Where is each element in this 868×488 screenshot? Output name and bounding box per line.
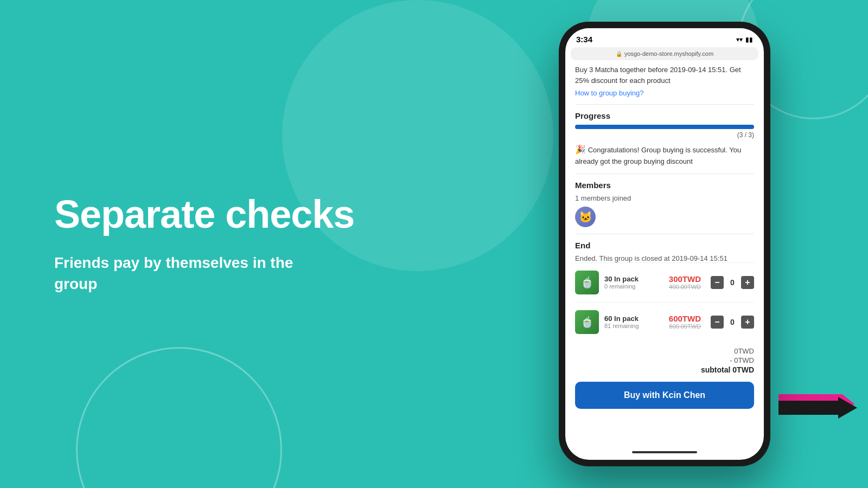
subtotal-line: subtotal 0TWD	[575, 365, 754, 374]
arrow-annotation	[778, 397, 857, 419]
product-info-2: 60 In pack 81 remaining	[604, 314, 663, 329]
wifi-icon: ▾▾	[736, 36, 743, 43]
phone-shell: 3:34 ▾▾ ▮▮ 🔒 yosgo-demo-store.myshopify.…	[559, 22, 770, 466]
product-row-1: 🍵 30 In pack 0 remaining 300TWD 400.00TW…	[575, 262, 754, 294]
arrow-head	[838, 397, 857, 419]
qty-value-2: 0	[728, 318, 737, 326]
home-bar	[632, 451, 697, 453]
qty-minus-2[interactable]: −	[711, 316, 724, 329]
product-image-1: 🍵	[575, 271, 599, 294]
main-title: Separate checks	[54, 193, 354, 236]
qty-control-1: − 0 +	[711, 276, 754, 289]
member-count: 1 members joined	[575, 194, 754, 202]
congrats-emoji: 🎉	[575, 145, 586, 154]
totals-area: 0TWD - 0TWD subtotal 0TWD	[575, 342, 754, 374]
group-info-text: Buy 3 Matcha together before 2019-09-14 …	[575, 65, 754, 86]
how-to-link[interactable]: How to group buying?	[575, 89, 643, 97]
qty-plus-2[interactable]: +	[741, 316, 754, 329]
subtotal-label: subtotal	[701, 365, 730, 374]
end-text: Ended. This group is closed at 2019-09-1…	[575, 254, 754, 262]
product-remaining-2: 81 remaining	[604, 323, 663, 329]
divider-3	[575, 234, 754, 234]
product-name-1: 30 In pack	[604, 275, 663, 283]
qty-value-1: 0	[728, 278, 737, 287]
product-pricing-1: 300TWD 400.00TWD	[669, 274, 701, 290]
browser-url: yosgo-demo-store.myshopify.com	[624, 50, 713, 57]
product-remaining-1: 0 remaining	[604, 283, 663, 290]
total-discount: - 0TWD	[575, 356, 754, 364]
lock-icon: 🔒	[616, 51, 622, 57]
members-title: Members	[575, 181, 754, 190]
status-icons: ▾▾ ▮▮	[736, 36, 753, 43]
product-row-2: 🍵 60 In pack 81 remaining 600TWD 800.00T…	[575, 302, 754, 334]
progress-title: Progress	[575, 111, 754, 120]
status-bar: 3:34 ▾▾ ▮▮	[565, 28, 764, 47]
qty-plus-1[interactable]: +	[741, 276, 754, 289]
buy-button[interactable]: Buy with Kcin Chen	[575, 382, 754, 409]
phone-container: 3:34 ▾▾ ▮▮ 🔒 yosgo-demo-store.myshopify.…	[559, 22, 770, 466]
member-avatar: 🐱	[575, 207, 596, 227]
divider-2	[575, 174, 754, 174]
congrats-text: 🎉 Congratulations! Group buying is succe…	[575, 143, 754, 167]
status-time: 3:34	[576, 35, 592, 44]
phone-screen: 3:34 ▾▾ ▮▮ 🔒 yosgo-demo-store.myshopify.…	[565, 28, 764, 460]
progress-label: (3 / 3)	[575, 131, 754, 139]
divider-1	[575, 104, 754, 105]
home-indicator	[565, 445, 764, 460]
subtotal-value: 0TWD	[732, 365, 754, 374]
progress-bar-container	[575, 125, 754, 129]
congrats-message: Congratulations! Group buying is success…	[575, 146, 741, 165]
end-title: End	[575, 241, 754, 250]
phone-content[interactable]: Buy 3 Matcha together before 2019-09-14 …	[565, 65, 764, 445]
price-original-1: 400.00TWD	[669, 284, 701, 290]
battery-icon: ▮▮	[745, 36, 753, 43]
arrow-shaft	[778, 401, 838, 415]
product-pricing-2: 600TWD 800.00TWD	[669, 314, 701, 330]
left-content: Separate checks Friends pay by themselve…	[54, 193, 354, 295]
total-line: 0TWD	[575, 347, 754, 355]
product-info-1: 30 In pack 0 remaining	[604, 275, 663, 290]
qty-minus-1[interactable]: −	[711, 276, 724, 289]
progress-bar-fill	[575, 125, 754, 129]
price-current-1: 300TWD	[669, 274, 701, 284]
product-name-2: 60 In pack	[604, 314, 663, 323]
qty-control-2: − 0 +	[711, 316, 754, 329]
price-current-2: 600TWD	[669, 314, 701, 323]
bg-circle-bottom-left	[76, 347, 282, 488]
price-original-2: 800.00TWD	[669, 323, 701, 330]
browser-bar: 🔒 yosgo-demo-store.myshopify.com	[571, 47, 758, 60]
subtitle: Friends pay by themselves in the group	[54, 252, 326, 294]
product-image-2: 🍵	[575, 310, 599, 334]
